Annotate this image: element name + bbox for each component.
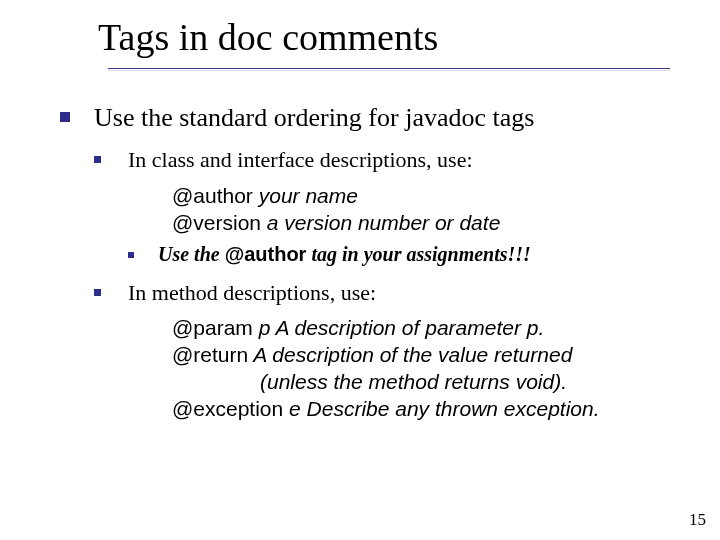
code-line-exception: @exception e Describe any thrown excepti… (172, 396, 690, 423)
title-wrap: Tags in doc comments (98, 18, 700, 76)
code-line-author: @author your name (172, 183, 690, 210)
bullet-level2-text: In class and interface descriptions, use… (128, 147, 473, 172)
slide: Tags in doc comments Use the standard or… (0, 0, 720, 540)
tag-exception: @exception (172, 397, 283, 420)
tag-return: @return (172, 343, 248, 366)
code-block-method: @param p A description of parameter p. @… (172, 315, 690, 423)
bullet-level1-text: Use the standard ordering for javadoc ta… (94, 103, 534, 132)
slide-body: Use the standard ordering for javadoc ta… (60, 100, 690, 435)
code-block-class: @author your name @version a version num… (172, 183, 690, 237)
square-bullet-icon (128, 252, 134, 258)
bullet-level2-method: In method descriptions, use: (94, 278, 690, 308)
slide-title: Tags in doc comments (98, 18, 700, 58)
code-line-return: @return A description of the value retur… (172, 342, 690, 369)
tag-exception-desc: e Describe any thrown exception. (283, 397, 599, 420)
bullet-level2-class-interface: In class and interface descriptions, use… (94, 145, 690, 175)
tag-return-desc: A description of the value returned (248, 343, 572, 366)
square-bullet-icon (60, 112, 70, 122)
author-note-suffix: tag in your assignments!!! (306, 243, 531, 265)
tag-author-desc: your name (253, 184, 358, 207)
code-line-param: @param p A description of parameter p. (172, 315, 690, 342)
slide-number: 15 (689, 510, 706, 530)
tag-param-desc: p A description of parameter p. (253, 316, 544, 339)
title-underline (108, 68, 670, 69)
tag-version: @version (172, 211, 261, 234)
tag-param: @param (172, 316, 253, 339)
code-line-return-cont: (unless the method returns void). (172, 369, 690, 396)
square-bullet-icon (94, 156, 101, 163)
code-line-version: @version a version number or date (172, 210, 690, 237)
square-bullet-icon (94, 289, 101, 296)
bullet-level1: Use the standard ordering for javadoc ta… (60, 100, 690, 423)
bullet-level2-method-text: In method descriptions, use: (128, 280, 376, 305)
tag-return-cont: (unless the method returns void). (172, 369, 567, 396)
author-note-prefix: Use the (158, 243, 225, 265)
bullet-level3-author-note: Use the @author tag in your assignments!… (128, 241, 690, 268)
level2-spacer: Use the @author tag in your assignments!… (94, 241, 690, 268)
author-note-kw: @author (225, 243, 307, 265)
tag-version-desc: a version number or date (261, 211, 500, 234)
tag-author: @author (172, 184, 253, 207)
